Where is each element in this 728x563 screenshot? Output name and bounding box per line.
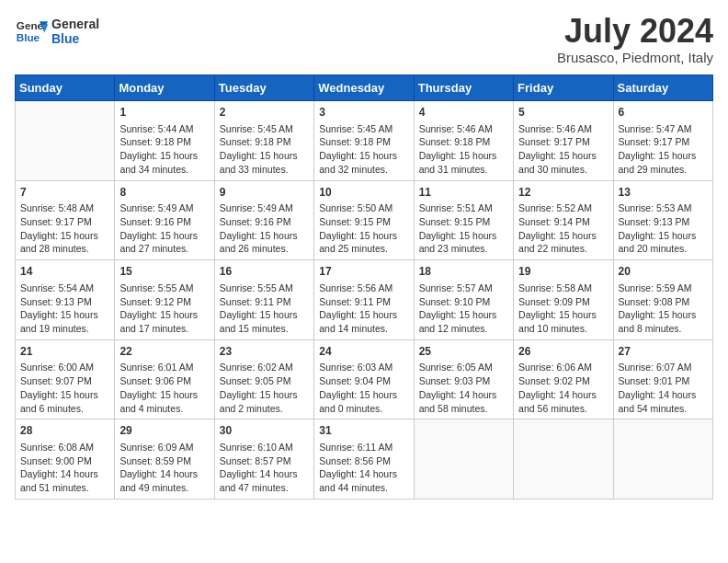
logo-icon: General Blue [15,15,48,48]
day-number: 14 [20,264,109,280]
calendar-cell: 30Sunrise: 6:10 AMSunset: 8:57 PMDayligh… [214,419,313,500]
day-number: 8 [119,185,209,201]
calendar-cell: 1Sunrise: 5:44 AMSunset: 9:18 PMDaylight… [115,101,214,181]
day-number: 7 [20,185,109,201]
day-info: Sunrise: 5:46 AMSunset: 9:18 PMDaylight:… [419,122,508,177]
day-info: Sunrise: 6:10 AMSunset: 8:57 PMDaylight:… [220,441,309,495]
calendar-table: SundayMondayTuesdayWednesdayThursdayFrid… [15,75,713,500]
calendar-cell: 18Sunrise: 5:57 AMSunset: 9:10 PMDayligh… [414,260,513,340]
weekday-header-friday: Friday [514,75,613,101]
calendar-cell: 2Sunrise: 5:45 AMSunset: 9:18 PMDaylight… [214,101,313,181]
day-number: 4 [419,105,508,121]
day-number: 21 [20,344,109,360]
calendar-cell: 6Sunrise: 5:47 AMSunset: 9:17 PMDaylight… [613,101,712,181]
day-info: Sunrise: 6:07 AMSunset: 9:01 PMDaylight:… [619,361,708,415]
day-info: Sunrise: 6:05 AMSunset: 9:03 PMDaylight:… [419,361,508,415]
calendar-cell: 4Sunrise: 5:46 AMSunset: 9:18 PMDaylight… [414,101,513,181]
day-info: Sunrise: 5:53 AMSunset: 9:13 PMDaylight:… [619,201,708,256]
calendar-cell: 15Sunrise: 5:55 AMSunset: 9:12 PMDayligh… [115,260,214,340]
day-info: Sunrise: 6:00 AMSunset: 9:07 PMDaylight:… [20,361,109,415]
day-number: 1 [119,105,209,121]
logo: General Blue General Blue [15,15,99,48]
day-info: Sunrise: 5:54 AMSunset: 9:13 PMDaylight:… [20,282,109,336]
week-row-3: 14Sunrise: 5:54 AMSunset: 9:13 PMDayligh… [16,260,713,340]
day-info: Sunrise: 5:58 AMSunset: 9:09 PMDaylight:… [518,282,608,336]
day-number: 15 [119,264,209,280]
weekday-header-sunday: Sunday [16,75,115,101]
day-info: Sunrise: 6:03 AMSunset: 9:04 PMDaylight:… [319,361,408,415]
calendar-cell: 13Sunrise: 5:53 AMSunset: 9:13 PMDayligh… [613,180,712,260]
day-number: 25 [419,344,508,360]
day-number: 6 [619,105,708,121]
day-info: Sunrise: 6:01 AMSunset: 9:06 PMDaylight:… [119,361,209,415]
calendar-cell [414,419,513,500]
calendar-cell: 9Sunrise: 5:49 AMSunset: 9:16 PMDaylight… [214,180,313,260]
day-number: 19 [518,264,608,280]
calendar-cell: 3Sunrise: 5:45 AMSunset: 9:18 PMDaylight… [314,101,414,181]
calendar-cell: 12Sunrise: 5:52 AMSunset: 9:14 PMDayligh… [514,180,613,260]
day-info: Sunrise: 6:02 AMSunset: 9:05 PMDaylight:… [220,361,309,415]
week-row-1: 1Sunrise: 5:44 AMSunset: 9:18 PMDaylight… [16,101,713,181]
day-info: Sunrise: 6:08 AMSunset: 9:00 PMDaylight:… [20,441,109,495]
day-info: Sunrise: 5:59 AMSunset: 9:08 PMDaylight:… [619,282,708,336]
calendar-cell: 22Sunrise: 6:01 AMSunset: 9:06 PMDayligh… [115,339,214,419]
day-info: Sunrise: 6:11 AMSunset: 8:56 PMDaylight:… [319,441,408,495]
day-info: Sunrise: 5:49 AMSunset: 9:16 PMDaylight:… [220,201,309,256]
day-number: 2 [220,105,309,121]
title-block: July 2024 Brusasco, Piedmont, Italy [557,15,713,65]
day-number: 22 [119,344,209,360]
day-info: Sunrise: 5:45 AMSunset: 9:18 PMDaylight:… [220,122,309,177]
logo-general: General [51,17,99,31]
day-info: Sunrise: 5:52 AMSunset: 9:14 PMDaylight:… [518,201,608,256]
day-number: 3 [319,105,408,121]
day-number: 23 [220,344,309,360]
calendar-cell: 14Sunrise: 5:54 AMSunset: 9:13 PMDayligh… [16,260,115,340]
day-number: 12 [518,185,608,201]
calendar-cell: 17Sunrise: 5:56 AMSunset: 9:11 PMDayligh… [314,260,414,340]
location: Brusasco, Piedmont, Italy [557,50,713,65]
day-info: Sunrise: 6:09 AMSunset: 8:59 PMDaylight:… [119,441,209,495]
day-number: 29 [119,423,209,439]
day-info: Sunrise: 5:55 AMSunset: 9:11 PMDaylight:… [220,282,309,336]
day-info: Sunrise: 5:46 AMSunset: 9:17 PMDaylight:… [518,122,608,177]
calendar-cell [613,419,712,500]
day-number: 27 [619,344,708,360]
weekday-header-wednesday: Wednesday [314,75,414,101]
day-number: 31 [319,423,408,439]
day-number: 30 [220,423,309,439]
day-number: 5 [518,105,608,121]
week-row-5: 28Sunrise: 6:08 AMSunset: 9:00 PMDayligh… [16,419,713,500]
calendar-cell: 31Sunrise: 6:11 AMSunset: 8:56 PMDayligh… [314,419,414,500]
day-info: Sunrise: 5:55 AMSunset: 9:12 PMDaylight:… [119,282,209,336]
calendar-cell: 8Sunrise: 5:49 AMSunset: 9:16 PMDaylight… [115,180,214,260]
week-row-2: 7Sunrise: 5:48 AMSunset: 9:17 PMDaylight… [16,180,713,260]
calendar-cell: 7Sunrise: 5:48 AMSunset: 9:17 PMDaylight… [16,180,115,260]
calendar-cell: 21Sunrise: 6:00 AMSunset: 9:07 PMDayligh… [16,339,115,419]
day-number: 13 [619,185,708,201]
calendar-cell: 25Sunrise: 6:05 AMSunset: 9:03 PMDayligh… [414,339,513,419]
day-info: Sunrise: 5:57 AMSunset: 9:10 PMDaylight:… [419,282,508,336]
day-number: 20 [619,264,708,280]
calendar-cell: 20Sunrise: 5:59 AMSunset: 9:08 PMDayligh… [613,260,712,340]
day-info: Sunrise: 5:47 AMSunset: 9:17 PMDaylight:… [619,122,708,177]
day-info: Sunrise: 5:56 AMSunset: 9:11 PMDaylight:… [319,282,408,336]
day-info: Sunrise: 5:50 AMSunset: 9:15 PMDaylight:… [319,201,408,256]
weekday-header-row: SundayMondayTuesdayWednesdayThursdayFrid… [16,75,713,101]
day-info: Sunrise: 5:49 AMSunset: 9:16 PMDaylight:… [119,201,209,256]
calendar-cell: 11Sunrise: 5:51 AMSunset: 9:15 PMDayligh… [414,180,513,260]
logo-blue: Blue [51,31,99,46]
weekday-header-thursday: Thursday [414,75,513,101]
day-info: Sunrise: 5:48 AMSunset: 9:17 PMDaylight:… [20,201,109,256]
day-number: 28 [20,423,109,439]
day-info: Sunrise: 5:45 AMSunset: 9:18 PMDaylight:… [319,122,408,177]
calendar-cell: 23Sunrise: 6:02 AMSunset: 9:05 PMDayligh… [214,339,313,419]
day-info: Sunrise: 5:44 AMSunset: 9:18 PMDaylight:… [119,122,209,177]
day-number: 11 [419,185,508,201]
calendar-cell: 26Sunrise: 6:06 AMSunset: 9:02 PMDayligh… [514,339,613,419]
page-header: General Blue General Blue July 2024 Brus… [15,15,713,65]
weekday-header-monday: Monday [115,75,214,101]
weekday-header-saturday: Saturday [613,75,712,101]
calendar-cell: 28Sunrise: 6:08 AMSunset: 9:00 PMDayligh… [16,419,115,500]
day-number: 17 [319,264,408,280]
day-number: 9 [220,185,309,201]
